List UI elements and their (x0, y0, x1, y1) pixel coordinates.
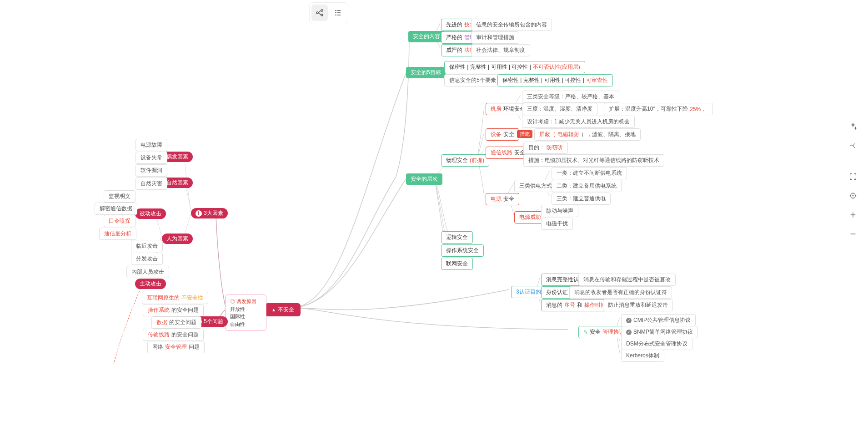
outline-view-button[interactable] (330, 5, 346, 21)
pt2[interactable]: 电磁干扰 (541, 218, 573, 230)
cause-box[interactable]: ☹ 诱发原因： 开放性 国际性 自由性 (225, 295, 266, 331)
env1[interactable]: 三类安全等级：严格、较严格、基本 (522, 91, 619, 103)
zoom-out-icon[interactable] (845, 226, 861, 242)
env2e[interactable]: 扩展：温度升高10°，可靠性下降25%。 (604, 103, 713, 115)
c3d[interactable]: 社会法律、规章制度 (471, 44, 530, 56)
content[interactable]: 安全的内容 (408, 31, 445, 42)
pwr[interactable]: 电源安全 (486, 193, 519, 205)
locate-icon[interactable] (845, 188, 861, 204)
logic[interactable]: 逻辑安全 (441, 231, 473, 244)
pr3[interactable]: 数据的安全问题 (151, 316, 201, 329)
env2[interactable]: 三度：温度、湿度、清净度 (522, 103, 597, 115)
pr5[interactable]: 网络安全管理问题 (147, 341, 205, 353)
layout-icon[interactable] (845, 137, 861, 154)
net[interactable]: 联网安全 (441, 258, 473, 270)
mp3[interactable]: DSM分布式安全管理协议 (621, 338, 692, 350)
pm2[interactable]: 二类：建立备用供电系统 (552, 180, 622, 192)
h1[interactable]: 临近攻击 (131, 240, 163, 252)
magic-icon[interactable] (845, 118, 861, 135)
c1d[interactable]: 信息的安全传输所包含的内容 (471, 19, 552, 31)
h3[interactable]: 内部人员攻击 (126, 266, 169, 278)
p4[interactable]: 通信量分析 (99, 228, 136, 240)
svg-point-0 (316, 12, 318, 14)
a2d[interactable]: 消息的收发者是否有正确的身份认证符 (569, 286, 672, 299)
central-node[interactable]: ▲不安全 (265, 303, 301, 316)
svg-point-4 (853, 195, 853, 196)
pr2[interactable]: 操作系统的安全问题 (143, 304, 204, 316)
env3[interactable]: 设计考虑：1.减少无关人员进入机房的机会 (522, 116, 635, 128)
nat1[interactable]: 自然灾害 (135, 178, 167, 190)
mp4[interactable]: Kerberos体制 (621, 350, 664, 362)
line2[interactable]: 措施：电缆加压技术、对光纤等通信线路的防窃听技术 (523, 154, 664, 167)
devd[interactable]: 屏蔽（电磁辐射），滤波、隔离、接地 (534, 128, 641, 141)
active[interactable]: 主动攻击 (135, 279, 166, 289)
pm1[interactable]: 一类：建立不间断供电系统 (552, 167, 627, 179)
mindmap-view-button[interactable] (311, 5, 328, 21)
p2[interactable]: 解密通信数据 (95, 203, 137, 215)
view-toolbar (309, 2, 348, 23)
g2l[interactable]: 信息安全的5个要素 (444, 74, 501, 86)
h2[interactable]: 分发攻击 (131, 253, 163, 265)
g1[interactable]: 保密性 | 完整性 | 可用性 | 可控性 | 不可否认性(应用层) (444, 61, 585, 73)
right-toolbar (845, 118, 861, 242)
line1[interactable]: 目的：防窃听 (523, 142, 568, 154)
pm3[interactable]: 三类：建立普通供电 (552, 193, 611, 205)
pt1[interactable]: 脉动与噪声 (541, 205, 578, 217)
zoom-in-icon[interactable] (845, 207, 861, 223)
goals5[interactable]: 安全的5目标 (406, 67, 446, 78)
g2[interactable]: 保密性 | 完整性 | 可用性 | 可控性 | 可审查性 (497, 74, 613, 86)
p3[interactable]: 口令嗅探 (104, 215, 135, 227)
c2d[interactable]: 审计和管理措施 (471, 31, 519, 44)
acc3[interactable]: 软件漏洞 (135, 164, 167, 177)
acc1[interactable]: 电源故障 (135, 139, 167, 151)
p1[interactable]: 监视明文 (104, 190, 135, 203)
svg-point-1 (321, 10, 323, 11)
layers[interactable]: 安全的层次 (406, 173, 442, 185)
pwrm[interactable]: 三类供电方式 (514, 180, 557, 192)
mp1[interactable]: ✓CMIP公共管理信息协议 (621, 314, 696, 326)
svg-point-2 (321, 14, 323, 16)
factors3[interactable]: i3大因素 (191, 208, 228, 218)
os[interactable]: 操作系统安全 (441, 244, 484, 257)
passive[interactable]: 被动攻击 (135, 208, 166, 219)
acc2[interactable]: 设备失常 (135, 152, 167, 164)
cause-title: 诱发原因： (236, 299, 261, 304)
a3d[interactable]: 防止消息重放和延迟攻击 (603, 299, 673, 311)
pr4[interactable]: 传输线路的安全问题 (143, 329, 204, 341)
human[interactable]: 人为因素 (162, 234, 193, 244)
fit-icon[interactable] (845, 168, 861, 185)
mp2[interactable]: ✓SNMP简单网络管理协议 (621, 326, 698, 338)
central-label: 不安全 (278, 306, 294, 314)
pr1[interactable]: 互联网原生的不安全性 (142, 292, 208, 304)
a2[interactable]: 身份认证 (541, 286, 573, 299)
phys[interactable]: 物理安全 (前提) (441, 154, 489, 167)
a1d[interactable]: 消息在传输和存储过程中是否被篡改 (578, 274, 676, 286)
dev-m[interactable]: 措施 (512, 128, 537, 140)
